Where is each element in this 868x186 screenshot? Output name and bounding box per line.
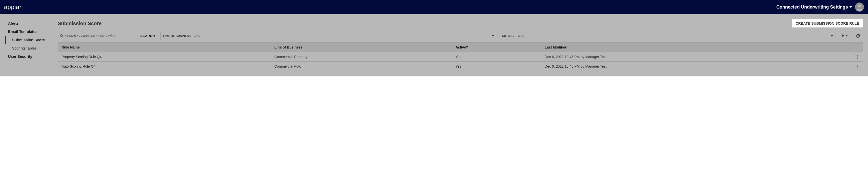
- svg-point-1: [60, 34, 62, 36]
- active-dropdown-value: Any: [517, 34, 828, 38]
- lob-dropdown-value: Any: [193, 34, 489, 38]
- active-dropdown[interactable]: ACTIVE? Any: [499, 32, 836, 40]
- search-input-wrap: [58, 32, 137, 40]
- svg-line-2: [62, 36, 63, 37]
- sidebar-item-alerts[interactable]: Alerts: [5, 19, 55, 27]
- rules-table-wrap: Rule Name Line of Business Active? Last …: [58, 42, 863, 71]
- filter-bar: SEARCH LINE OF BUSINESS Any ACTIVE? Any: [58, 32, 863, 40]
- caret-down-icon: [492, 35, 494, 37]
- cell-lob: Commercial Auto: [271, 62, 452, 71]
- app-header: appian Connected Underwriting Settings: [0, 0, 868, 14]
- page-title: Submission Score: [58, 21, 102, 26]
- col-lob[interactable]: Line of Business: [271, 43, 452, 52]
- filter-icon: [841, 34, 845, 38]
- cell-last-modified: Dec 6, 2022 10:45 PM by Manager Test: [541, 62, 853, 71]
- col-actions: [853, 43, 863, 52]
- rules-table: Rule Name Line of Business Active? Last …: [58, 43, 863, 71]
- svg-point-6: [857, 65, 858, 65]
- search-button[interactable]: SEARCH: [137, 32, 158, 40]
- search-icon: [60, 34, 63, 38]
- cell-active: Yes: [452, 62, 541, 71]
- sidebar: Alerts Email Templates Submission Score …: [0, 14, 55, 76]
- col-active[interactable]: Active?: [452, 43, 541, 52]
- lob-dropdown-label: LINE OF BUSINESS: [163, 34, 191, 37]
- kebab-icon: [857, 65, 858, 69]
- refresh-button[interactable]: [853, 32, 863, 40]
- svg-point-5: [857, 58, 858, 59]
- settings-menu-label: Connected Underwriting Settings: [776, 4, 848, 10]
- caret-down-icon: [846, 35, 848, 36]
- cell-rule-name: Auto Scoring Rule Q4: [58, 62, 271, 71]
- refresh-icon: [856, 34, 860, 38]
- content: Submission Score CREATE SUBMISSION SCORE…: [55, 14, 868, 76]
- sidebar-item-scoring-tables[interactable]: Scoring Tables: [5, 44, 55, 52]
- create-submission-score-rule-button[interactable]: CREATE SUBMISSION SCORE RULE: [792, 19, 863, 28]
- filter-button[interactable]: [838, 32, 851, 40]
- svg-point-4: [857, 57, 858, 57]
- table-row[interactable]: Property Scoring Rule Q4 Commercial Prop…: [58, 52, 863, 62]
- svg-point-7: [857, 66, 858, 67]
- col-rule-name[interactable]: Rule Name: [58, 43, 271, 52]
- search-group: SEARCH: [58, 32, 158, 40]
- cell-last-modified: Dec 6, 2022 10:45 PM by Manager Test: [541, 52, 853, 62]
- settings-menu[interactable]: Connected Underwriting Settings: [776, 4, 852, 10]
- main-wrap: Alerts Email Templates Submission Score …: [0, 14, 868, 76]
- svg-point-3: [857, 55, 858, 56]
- col-last-modified-label: Last Modified: [545, 45, 567, 49]
- caret-down-icon: [831, 35, 833, 37]
- active-dropdown-label: ACTIVE?: [502, 34, 515, 37]
- sidebar-item-user-security[interactable]: User Security: [5, 52, 55, 61]
- cell-lob: Commercial Property: [271, 52, 452, 62]
- kebab-icon: [857, 55, 858, 59]
- col-last-modified[interactable]: Last Modified ↓: [541, 43, 853, 52]
- cell-rule-name: Property Scoring Rule Q4: [58, 52, 271, 62]
- table-row[interactable]: Auto Scoring Rule Q4 Commercial Auto Yes…: [58, 62, 863, 71]
- sidebar-item-email-templates[interactable]: Email Templates: [5, 27, 55, 36]
- row-actions-menu[interactable]: [853, 52, 863, 62]
- svg-point-8: [857, 68, 858, 68]
- row-actions-menu[interactable]: [853, 62, 863, 71]
- sort-descending-icon: ↓: [847, 45, 849, 49]
- avatar[interactable]: [855, 2, 864, 11]
- search-input[interactable]: [65, 34, 135, 38]
- logo: appian: [4, 3, 23, 10]
- svg-point-0: [858, 4, 861, 7]
- lob-dropdown[interactable]: LINE OF BUSINESS Any: [160, 32, 497, 40]
- cell-active: Yes: [452, 52, 541, 62]
- header-right: Connected Underwriting Settings: [776, 2, 864, 11]
- sidebar-item-submission-score[interactable]: Submission Score: [5, 36, 55, 44]
- page-header: Submission Score CREATE SUBMISSION SCORE…: [58, 19, 863, 28]
- caret-down-icon: [849, 6, 852, 8]
- user-icon: [856, 3, 863, 10]
- table-header-row: Rule Name Line of Business Active? Last …: [58, 43, 863, 52]
